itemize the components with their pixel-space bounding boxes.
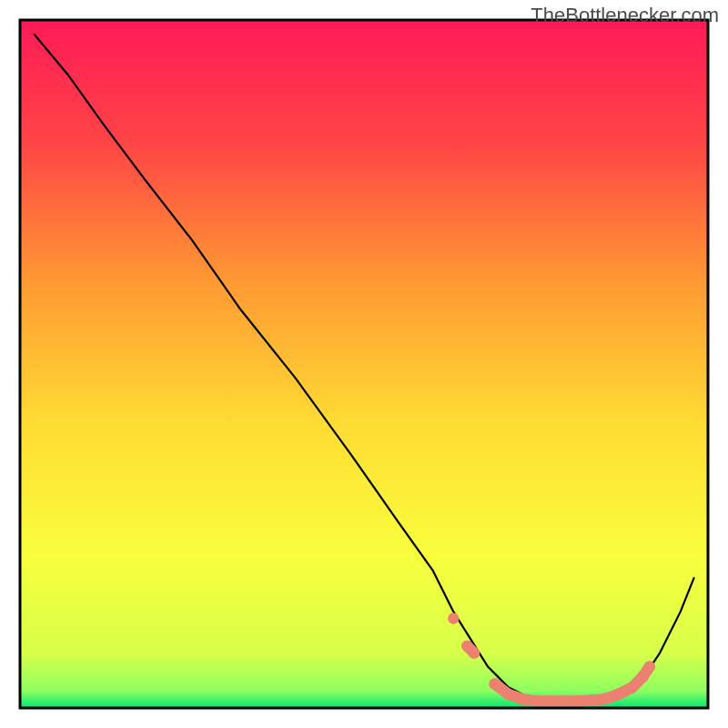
highlight-dot (469, 647, 480, 658)
highlight-dot (448, 613, 459, 624)
highlight-dot (644, 661, 655, 672)
watermark-text: TheBottlenecker.com (531, 4, 719, 27)
chart-container: TheBottlenecker.com (0, 0, 728, 728)
plot-background (20, 20, 708, 708)
bottleneck-chart (0, 0, 728, 728)
